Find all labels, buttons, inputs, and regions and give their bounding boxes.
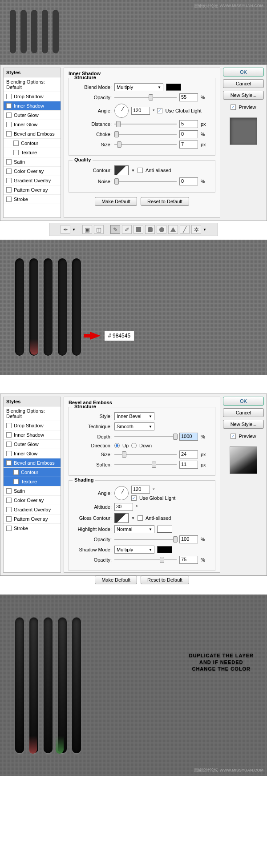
soften-slider[interactable] bbox=[114, 462, 177, 468]
soften-input[interactable]: 11 bbox=[179, 461, 198, 469]
style-stroke[interactable]: Stroke bbox=[4, 524, 61, 533]
new-style-button[interactable]: New Style... bbox=[223, 420, 264, 429]
style-blending-options[interactable]: Blending Options: Default bbox=[4, 406, 61, 421]
shadow-color-swatch[interactable] bbox=[166, 84, 181, 91]
custom-shape-icon[interactable]: ✲ bbox=[191, 225, 201, 234]
line-icon[interactable]: ╱ bbox=[180, 225, 190, 234]
distance-input[interactable]: 5 bbox=[179, 120, 198, 128]
rectangle-icon[interactable] bbox=[134, 225, 143, 234]
style-inner-glow[interactable]: Inner Glow bbox=[4, 120, 61, 129]
style-color-overlay[interactable]: Color Overlay bbox=[4, 496, 61, 505]
styles-header: Styles bbox=[4, 397, 61, 406]
style-inner-shadow[interactable]: Inner Shadow bbox=[4, 430, 61, 440]
antialiased-checkbox[interactable] bbox=[138, 168, 143, 173]
global-light-checkbox[interactable]: ✓ bbox=[157, 108, 162, 113]
style-contour[interactable]: Contour bbox=[4, 468, 61, 477]
style-stroke[interactable]: Stroke bbox=[4, 195, 61, 204]
rounded-rect-icon[interactable] bbox=[145, 225, 155, 234]
ellipse-icon[interactable] bbox=[157, 225, 166, 234]
preview-checkbox[interactable]: ✓ bbox=[231, 434, 236, 439]
bars-inset bbox=[15, 258, 81, 356]
new-style-button[interactable]: New Style... bbox=[223, 91, 264, 100]
make-default-button[interactable]: Make Default bbox=[95, 197, 137, 206]
highlight-color-swatch[interactable] bbox=[157, 526, 172, 533]
hl-opacity-input[interactable]: 100 bbox=[179, 535, 198, 543]
style-inner-glow[interactable]: Inner Glow bbox=[4, 449, 61, 458]
angle-input[interactable]: 120 bbox=[131, 107, 150, 115]
fill-pixels-icon[interactable]: ✎ bbox=[110, 225, 120, 234]
angle-wheel[interactable] bbox=[114, 104, 129, 118]
gloss-contour-picker[interactable] bbox=[114, 513, 129, 523]
cancel-button[interactable]: Cancel bbox=[223, 408, 264, 417]
paths-icon[interactable]: ◫ bbox=[94, 225, 104, 234]
contour-picker[interactable] bbox=[114, 165, 129, 175]
style-drop-shadow[interactable]: Drop Shadow bbox=[4, 421, 61, 430]
canvas-preview-1: 思缘设计论坛WWW.MISSYUAN.COM bbox=[0, 0, 267, 64]
blend-mode-dropdown[interactable]: Multiply bbox=[114, 83, 163, 91]
shape-toolbar: ✒▼ ▣ ◫ ✎ ✐ ╱ ✲▼ bbox=[49, 223, 218, 236]
style-pattern-overlay[interactable]: Pattern Overlay bbox=[4, 185, 61, 195]
noise-input[interactable]: 0 bbox=[179, 177, 198, 185]
style-bevel-emboss[interactable]: ✓Bevel and Emboss bbox=[4, 458, 61, 468]
pen-icon[interactable]: ✐ bbox=[122, 225, 132, 234]
style-satin[interactable]: Satin bbox=[4, 157, 61, 167]
style-texture[interactable]: Texture bbox=[4, 477, 61, 486]
direction-up-radio[interactable] bbox=[114, 443, 120, 448]
style-gradient-overlay[interactable]: Gradient Overlay bbox=[4, 176, 61, 185]
technique-dropdown[interactable]: Smooth bbox=[114, 422, 154, 430]
reset-default-button[interactable]: Reset to Default bbox=[141, 575, 189, 584]
hl-opacity-slider[interactable] bbox=[114, 536, 177, 542]
polygon-icon[interactable] bbox=[168, 225, 178, 234]
canvas-preview-3: DUPLICATE THE LAYER AND IF NEEDED CHANGE… bbox=[0, 595, 267, 776]
cancel-button[interactable]: Cancel bbox=[223, 79, 264, 88]
make-default-button[interactable]: Make Default bbox=[95, 575, 137, 584]
size-input[interactable]: 24 bbox=[179, 450, 198, 458]
altitude-input[interactable]: 30 bbox=[114, 503, 133, 511]
shadow-color-swatch[interactable] bbox=[157, 546, 172, 553]
style-bevel-emboss[interactable]: Bevel and Emboss bbox=[4, 129, 61, 139]
choke-slider[interactable] bbox=[114, 131, 177, 137]
ok-button[interactable]: OK bbox=[223, 68, 264, 76]
antialiased-checkbox[interactable] bbox=[138, 515, 143, 521]
preview-checkbox[interactable]: ✓ bbox=[231, 104, 236, 110]
choke-input[interactable]: 0 bbox=[179, 130, 198, 138]
style-gradient-overlay[interactable]: Gradient Overlay bbox=[4, 505, 61, 514]
angle-input[interactable]: 120 bbox=[131, 486, 150, 494]
instruction-text: DUPLICATE THE LAYER AND IF NEEDED CHANGE… bbox=[189, 652, 254, 672]
pen-tool-icon[interactable]: ✒ bbox=[61, 225, 70, 234]
style-contour[interactable]: Contour bbox=[4, 139, 61, 148]
opacity-input[interactable]: 55 bbox=[179, 93, 198, 101]
style-outer-glow[interactable]: Outer Glow bbox=[4, 440, 61, 449]
dialog-buttons: OK Cancel New Style... ✓Preview bbox=[223, 68, 264, 218]
styles-header: Styles bbox=[4, 68, 61, 77]
style-pattern-overlay[interactable]: Pattern Overlay bbox=[4, 514, 61, 524]
depth-slider[interactable] bbox=[114, 434, 177, 440]
size-input[interactable]: 7 bbox=[179, 141, 198, 149]
bevel-style-dropdown[interactable]: Inner Bevel bbox=[114, 412, 154, 420]
shape-layers-icon[interactable]: ▣ bbox=[82, 225, 92, 234]
reset-default-button[interactable]: Reset to Default bbox=[141, 197, 189, 206]
shadow-mode-dropdown[interactable]: Multiply bbox=[114, 546, 154, 554]
structure-group: Structure Blend Mode: Multiply Opacity: … bbox=[69, 78, 215, 156]
opacity-slider[interactable] bbox=[114, 94, 177, 100]
size-slider[interactable] bbox=[114, 451, 177, 458]
style-outer-glow[interactable]: Outer Glow bbox=[4, 111, 61, 120]
highlight-mode-dropdown[interactable]: Normal bbox=[114, 525, 154, 533]
style-blending-options[interactable]: Blending Options: Default bbox=[4, 77, 61, 92]
sh-opacity-input[interactable]: 75 bbox=[179, 556, 198, 564]
style-satin[interactable]: Satin bbox=[4, 486, 61, 496]
style-drop-shadow[interactable]: Drop Shadow bbox=[4, 92, 61, 101]
noise-slider[interactable] bbox=[114, 178, 177, 185]
fill-indicators bbox=[16, 736, 77, 754]
angle-wheel[interactable] bbox=[114, 486, 129, 500]
sh-opacity-slider[interactable] bbox=[114, 557, 177, 563]
direction-down-radio[interactable] bbox=[131, 443, 137, 448]
ok-button[interactable]: OK bbox=[223, 397, 264, 406]
global-light-checkbox[interactable]: ✓ bbox=[131, 495, 137, 501]
size-slider[interactable] bbox=[114, 141, 177, 148]
style-color-overlay[interactable]: Color Overlay bbox=[4, 167, 61, 176]
style-texture[interactable]: Texture bbox=[4, 148, 61, 157]
depth-input[interactable]: 1000 bbox=[179, 433, 198, 441]
distance-slider[interactable] bbox=[114, 121, 177, 127]
style-inner-shadow[interactable]: ✓Inner Shadow bbox=[4, 101, 61, 111]
